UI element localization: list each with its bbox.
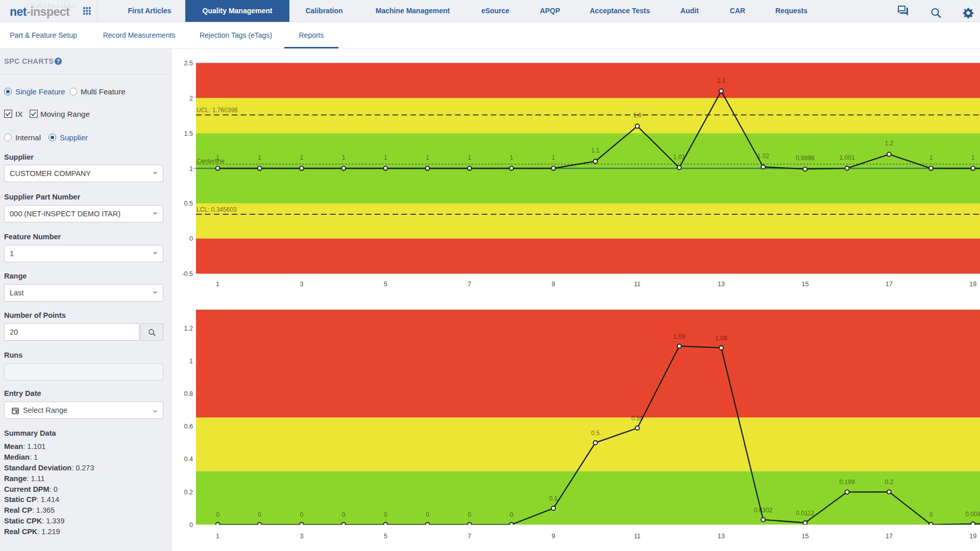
svg-text:1: 1 xyxy=(189,165,193,172)
svg-text:17: 17 xyxy=(886,533,893,540)
svg-text:0.1: 0.1 xyxy=(549,495,558,502)
svg-text:3: 3 xyxy=(300,533,303,540)
svg-text:0: 0 xyxy=(468,511,471,518)
svg-text:1: 1 xyxy=(384,154,387,161)
svg-text:0: 0 xyxy=(426,511,429,518)
svg-text:1: 1 xyxy=(971,154,975,161)
svg-text:0.2: 0.2 xyxy=(184,489,193,496)
svg-text:5: 5 xyxy=(384,281,387,288)
svg-text:19: 19 xyxy=(969,281,976,288)
svg-text:1: 1 xyxy=(510,154,513,161)
svg-text:UCL: 1.760396: UCL: 1.760396 xyxy=(197,107,238,114)
svg-text:2.1: 2.1 xyxy=(717,77,726,84)
svg-text:0: 0 xyxy=(929,511,933,518)
svg-text:1.08: 1.08 xyxy=(715,335,727,342)
svg-text:0.5: 0.5 xyxy=(184,200,193,207)
svg-text:0.199: 0.199 xyxy=(840,479,855,486)
svg-text:1: 1 xyxy=(189,358,193,365)
svg-text:0.4: 0.4 xyxy=(184,456,193,463)
svg-text:3: 3 xyxy=(300,281,303,288)
svg-text:1: 1 xyxy=(300,154,304,161)
svg-text:0: 0 xyxy=(300,511,304,518)
svg-text:Centerline: Centerline xyxy=(197,158,225,165)
svg-text:0.6: 0.6 xyxy=(184,423,193,430)
svg-text:1.001: 1.001 xyxy=(840,154,855,161)
svg-text:0: 0 xyxy=(342,511,346,518)
svg-text:1: 1 xyxy=(552,154,555,161)
svg-text:11: 11 xyxy=(634,533,641,540)
svg-text:0.2: 0.2 xyxy=(885,479,894,486)
svg-text:7: 7 xyxy=(468,281,471,288)
svg-text:1: 1 xyxy=(258,154,261,161)
svg-text:1.02: 1.02 xyxy=(757,153,770,160)
svg-text:9: 9 xyxy=(552,281,555,288)
svg-text:1.2: 1.2 xyxy=(184,325,193,332)
svg-text:0.0112: 0.0112 xyxy=(796,510,814,517)
svg-text:0: 0 xyxy=(189,235,193,242)
svg-text:0.9898: 0.9898 xyxy=(796,155,815,162)
svg-text:1.6: 1.6 xyxy=(633,112,642,119)
svg-text:-0.5: -0.5 xyxy=(182,270,193,278)
svg-text:1: 1 xyxy=(929,154,933,161)
svg-text:15: 15 xyxy=(801,533,808,540)
svg-text:1.01: 1.01 xyxy=(673,154,685,161)
svg-text:1.5: 1.5 xyxy=(184,130,193,137)
svg-text:0: 0 xyxy=(189,521,193,529)
svg-text:1.2: 1.2 xyxy=(885,140,894,147)
svg-text:13: 13 xyxy=(718,281,725,288)
svg-text:2: 2 xyxy=(189,95,193,102)
svg-text:9: 9 xyxy=(552,533,555,540)
svg-text:19: 19 xyxy=(969,533,976,540)
svg-text:1: 1 xyxy=(468,154,471,161)
svg-text:7: 7 xyxy=(468,533,471,540)
svg-text:15: 15 xyxy=(801,281,808,288)
svg-text:0: 0 xyxy=(258,511,261,518)
svg-text:11: 11 xyxy=(634,281,641,288)
svg-text:17: 17 xyxy=(886,281,893,288)
svg-text:13: 13 xyxy=(718,533,725,540)
svg-text:0: 0 xyxy=(384,511,387,518)
svg-text:0.004: 0.004 xyxy=(965,511,980,518)
svg-text:2.5: 2.5 xyxy=(184,60,193,67)
svg-text:0.0302: 0.0302 xyxy=(754,507,773,514)
svg-text:1: 1 xyxy=(216,281,219,288)
svg-text:0: 0 xyxy=(510,511,513,518)
svg-text:1: 1 xyxy=(342,154,346,161)
svg-text:5: 5 xyxy=(384,533,387,540)
svg-text:0.5: 0.5 xyxy=(591,430,600,437)
svg-text:0.59: 0.59 xyxy=(631,415,644,422)
svg-text:1: 1 xyxy=(426,154,429,161)
svg-text:0.8: 0.8 xyxy=(184,390,193,397)
svg-text:1.09: 1.09 xyxy=(673,333,685,340)
svg-text:1: 1 xyxy=(216,533,219,540)
svg-text:LCL: 0.345603: LCL: 0.345603 xyxy=(197,206,237,213)
svg-text:1.1: 1.1 xyxy=(591,147,600,154)
svg-text:0: 0 xyxy=(216,511,219,518)
